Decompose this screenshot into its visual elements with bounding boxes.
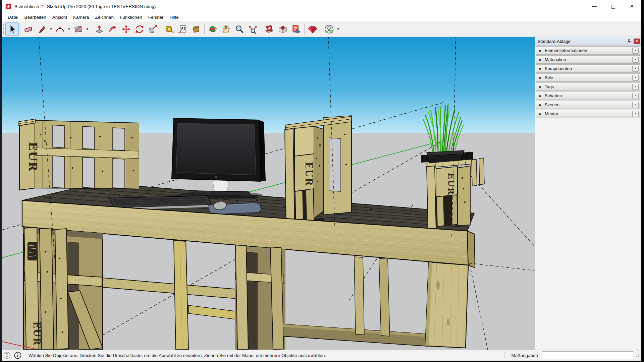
tray-section-mentor[interactable]: ▶ Mentor × — [536, 110, 640, 118]
toolbar-grip[interactable] — [3, 23, 4, 35]
pan-tool-button[interactable] — [219, 22, 233, 36]
zoom-tool-button[interactable] — [233, 22, 246, 36]
sketchup-logo-icon — [5, 3, 11, 9]
tape-measure-tool-button[interactable] — [163, 22, 176, 36]
rectangle-icon — [73, 24, 83, 34]
middle-pallet[interactable]: EUR — [285, 116, 352, 227]
menu-funktionen[interactable]: Funktionen — [117, 14, 145, 21]
tray-section-tags[interactable]: ▶ Tags × — [536, 82, 640, 91]
push-pull-tool-button[interactable] — [93, 22, 106, 36]
section-close-button[interactable]: × — [632, 57, 639, 63]
section-close-button[interactable]: × — [632, 84, 639, 90]
zoom-extents-icon — [248, 24, 258, 34]
scale-tool-button[interactable] — [146, 22, 160, 36]
chevron-right-icon[interactable]: ▶ — [539, 76, 542, 79]
measurements-label: Maßangaben — [511, 353, 538, 358]
tray-header[interactable]: Standard-Ablage × — [535, 37, 641, 46]
select-tool-button[interactable] — [5, 22, 19, 36]
line-tool-button[interactable] — [35, 22, 49, 36]
tray-section-szenen[interactable]: ▶ Szenen × — [536, 101, 640, 109]
menu-datei[interactable]: Datei — [5, 14, 21, 21]
eur-stamp-plant: EUR — [446, 173, 456, 195]
zoom-extents-tool-button[interactable] — [246, 22, 260, 36]
chevron-right-icon[interactable]: ▶ — [539, 58, 542, 61]
resize-grip[interactable] — [635, 354, 639, 359]
eur-stamp-middle: EUR — [304, 162, 314, 186]
section-close-button[interactable]: × — [632, 102, 639, 108]
paint-bucket-tool-button[interactable] — [190, 22, 203, 36]
tray-section-schatten[interactable]: ▶ Schatten × — [536, 92, 640, 100]
chevron-right-icon[interactable]: ▶ — [539, 49, 542, 52]
default-tray-panel: Standard-Ablage × ▶ Elementinformationen… — [535, 37, 641, 350]
tray-close-button[interactable]: × — [634, 39, 640, 44]
left-pallet[interactable]: EUR — [19, 119, 139, 190]
eur-stamp-leg: EUR — [32, 321, 42, 346]
menu-bar: Datei Bearbeiten Ansicht Kamera Zeichnen… — [2, 13, 641, 21]
pin-icon[interactable] — [626, 38, 632, 44]
info-icon[interactable] — [14, 352, 21, 359]
component-box-icon — [264, 24, 274, 34]
tray-section-elementinformationen[interactable]: ▶ Elementinformationen × — [536, 46, 640, 55]
rectangle-tool-button[interactable] — [71, 22, 85, 36]
tray-title: Standard-Ablage — [538, 39, 571, 44]
account-button[interactable] — [322, 22, 336, 36]
orbit-icon — [208, 24, 218, 34]
follow-me-tool-button[interactable] — [106, 22, 119, 36]
line-tool-caret[interactable]: ▼ — [49, 23, 53, 36]
close-button[interactable]: ✕ — [623, 0, 641, 13]
window-edge-right — [641, 0, 644, 362]
rotate-tool-button[interactable] — [133, 22, 146, 36]
component-tool-button[interactable] — [263, 22, 276, 36]
zoom-icon — [234, 24, 245, 34]
arc-tool-caret[interactable]: ▼ — [67, 23, 71, 36]
eraser-tool-button[interactable] — [22, 22, 35, 36]
eraser-icon — [23, 24, 34, 34]
3d-viewport[interactable]: EUR EUR — [2, 37, 535, 350]
status-bar: Wählen Sie Objekte aus. Drücken Sie die … — [0, 350, 641, 361]
maximize-button[interactable]: ▢ — [604, 0, 623, 13]
menu-bearbeiten[interactable]: Bearbeiten — [21, 14, 49, 21]
text-icon: A1 — [178, 24, 188, 34]
menu-hilfe[interactable]: Hilfe — [167, 14, 182, 21]
select-arrow-icon — [7, 24, 17, 34]
tray-section-komponenten[interactable]: ▶ Komponenten × — [536, 64, 640, 73]
chevron-right-icon[interactable]: ▶ — [539, 112, 542, 116]
text-tool-button[interactable]: A1 — [176, 22, 190, 36]
chevron-right-icon[interactable]: ▶ — [539, 94, 542, 98]
section-close-button[interactable]: × — [632, 93, 639, 99]
monitor-screen — [176, 123, 256, 175]
tray-section-materialien[interactable]: ▶ Materialien × — [536, 55, 640, 64]
section-close-button[interactable]: × — [632, 48, 639, 54]
chevron-right-icon[interactable]: ▶ — [539, 85, 542, 88]
pencil-icon — [37, 24, 47, 34]
move-tool-button[interactable] — [119, 22, 133, 36]
menu-ansicht[interactable]: Ansicht — [49, 14, 70, 21]
orbit-tool-button[interactable] — [206, 22, 219, 36]
section-close-button[interactable]: × — [632, 66, 639, 72]
minimize-button[interactable]: — — [585, 0, 604, 13]
move-icon — [121, 24, 131, 34]
extension-package-button[interactable] — [276, 22, 289, 36]
menu-fenster[interactable]: Fenster — [145, 14, 167, 21]
eur-stamp-left: EUR — [26, 142, 40, 172]
paint-bucket-icon — [191, 24, 201, 34]
svg-text:A1: A1 — [181, 26, 185, 30]
measurements-input[interactable] — [542, 351, 633, 359]
arc-tool-button[interactable] — [53, 22, 67, 36]
geolocation-icon[interactable] — [3, 352, 11, 359]
section-close-button[interactable]: × — [632, 111, 639, 117]
account-caret[interactable]: ▼ — [336, 23, 340, 36]
layout-icon — [291, 24, 301, 34]
rectangle-tool-caret[interactable]: ▼ — [85, 23, 90, 36]
extension-warehouse-button[interactable] — [306, 22, 319, 36]
menu-zeichnen[interactable]: Zeichnen — [92, 14, 117, 21]
send-to-layout-button[interactable] — [289, 22, 303, 36]
section-close-button[interactable]: × — [632, 75, 639, 81]
menu-kamera[interactable]: Kamera — [70, 14, 92, 21]
tray-section-stile[interactable]: ▶ Stile × — [536, 73, 640, 82]
chevron-right-icon[interactable]: ▶ — [539, 103, 542, 107]
pan-hand-icon — [221, 24, 231, 34]
status-message: Wählen Sie Objekte aus. Drücken Sie die … — [29, 353, 326, 358]
account-person-icon — [324, 24, 334, 34]
chevron-right-icon[interactable]: ▶ — [539, 67, 542, 70]
